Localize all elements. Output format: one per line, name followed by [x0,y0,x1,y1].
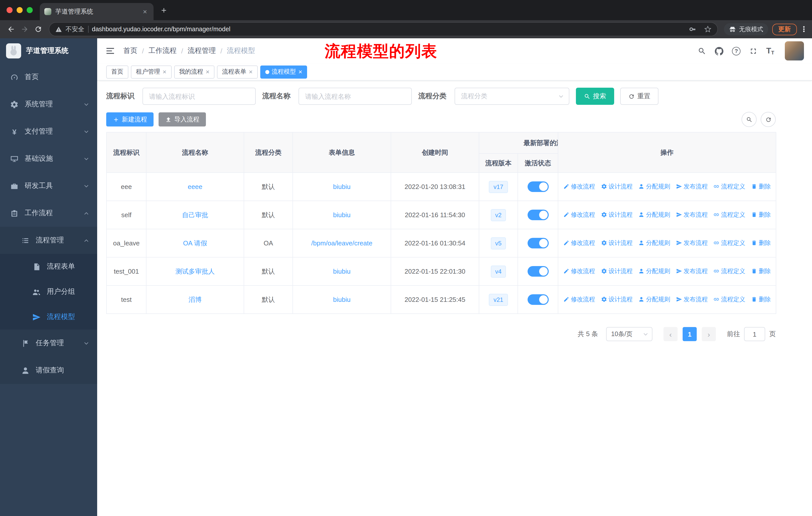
process-name-link[interactable]: eeee [188,183,202,190]
sidebar-item-process-model[interactable]: 流程模型 [0,304,97,330]
close-icon[interactable]: × [163,69,166,75]
action-modify-process-link[interactable]: 修改流程 [563,267,595,276]
action-design-process-link[interactable]: 设计流程 [601,211,633,219]
create-process-button[interactable]: 新建流程 [106,112,153,127]
goto-page-input[interactable] [744,327,765,341]
search-button[interactable]: 搜索 [576,88,614,105]
back-button[interactable] [4,22,18,36]
sidebar-item-devtools[interactable]: 研发工具 [0,172,97,199]
action-design-process-link[interactable]: 设计流程 [601,183,633,191]
sidebar-item-task-management[interactable]: 任务管理 [0,330,97,357]
forward-button[interactable] [18,22,31,36]
sidebar-item-payment[interactable]: ¥ 支付管理 [0,118,97,145]
user-avatar[interactable] [785,41,804,60]
tag-process-model[interactable]: 流程模型× [260,65,307,78]
window-close-button[interactable] [6,7,12,13]
action-delete-link[interactable]: 删除 [751,183,771,191]
action-publish-process-link[interactable]: 发布流程 [676,267,708,276]
tag-my-process[interactable]: 我的流程× [174,65,214,78]
page-number-button[interactable]: 1 [683,327,697,341]
process-name-link[interactable]: 滔博 [188,296,202,303]
action-publish-process-link[interactable]: 发布流程 [676,211,708,219]
sidebar-item-system[interactable]: 系统管理 [0,91,97,118]
help-icon[interactable]: ? [732,47,741,55]
process-name-input[interactable] [298,88,412,105]
active-toggle[interactable] [527,182,548,192]
window-maximize-button[interactable] [27,7,33,13]
action-design-process-link[interactable]: 设计流程 [601,239,633,247]
sidebar-item-process-form[interactable]: 流程表单 [0,254,97,279]
next-page-button[interactable]: › [702,327,716,341]
action-assign-rule-link[interactable]: 分配规则 [638,211,670,219]
action-assign-rule-link[interactable]: 分配规则 [638,239,670,247]
action-publish-process-link[interactable]: 发布流程 [676,295,708,304]
action-assign-rule-link[interactable]: 分配规则 [638,295,670,304]
process-key-input[interactable] [142,88,256,105]
action-process-definition-link[interactable]: 流程定义 [714,211,745,219]
sidebar-item-infra[interactable]: 基础设施 [0,145,97,172]
sidebar-item-leave-query[interactable]: 请假查询 [0,357,97,384]
prev-page-button[interactable]: ‹ [664,327,677,341]
tag-process-form[interactable]: 流程表单× [217,65,258,78]
action-delete-link[interactable]: 删除 [751,267,771,276]
action-delete-link[interactable]: 删除 [751,239,771,247]
action-delete-link[interactable]: 删除 [751,211,771,219]
process-name-link[interactable]: 自己审批 [182,211,208,218]
form-info-link[interactable]: /bpm/oa/leave/create [311,239,373,247]
close-icon[interactable]: × [249,69,253,75]
active-toggle[interactable] [527,238,548,248]
new-tab-button[interactable] [156,3,171,17]
browser-tab[interactable]: 芋道管理系统 × [40,3,153,20]
active-toggle[interactable] [527,266,548,277]
breadcrumb-home[interactable]: 首页 [123,46,138,55]
close-icon[interactable]: × [206,69,209,75]
tag-home[interactable]: 首页 [106,65,128,78]
search-icon[interactable] [698,47,706,55]
bookmark-star-icon[interactable] [704,26,711,33]
github-icon[interactable] [715,47,723,55]
font-size-icon[interactable]: TT [766,46,774,55]
action-modify-process-link[interactable]: 修改流程 [563,239,595,247]
breadcrumb-workflow[interactable]: 工作流程 [148,46,177,55]
browser-menu-icon[interactable]: ⋮ [800,25,808,34]
reload-button[interactable] [31,22,45,36]
sidebar-item-process-management[interactable]: 流程管理 [0,227,97,254]
process-category-select[interactable]: 流程分类 [455,88,569,105]
action-process-definition-link[interactable]: 流程定义 [714,239,745,247]
action-process-definition-link[interactable]: 流程定义 [714,267,745,276]
page-size-select[interactable]: 10条/页 [606,327,652,341]
action-modify-process-link[interactable]: 修改流程 [563,295,595,304]
action-assign-rule-link[interactable]: 分配规则 [638,267,670,276]
sidebar-item-home[interactable]: 首页 [0,63,97,91]
active-toggle[interactable] [527,294,548,305]
action-assign-rule-link[interactable]: 分配规则 [638,183,670,191]
form-info-link[interactable]: biubiu [333,296,350,303]
action-modify-process-link[interactable]: 修改流程 [563,183,595,191]
refresh-table-button[interactable] [761,112,776,127]
action-design-process-link[interactable]: 设计流程 [601,295,633,304]
tab-close-icon[interactable]: × [141,7,149,16]
action-process-definition-link[interactable]: 流程定义 [714,295,745,304]
close-icon[interactable]: × [298,69,302,75]
active-toggle[interactable] [527,210,548,220]
browser-update-button[interactable]: 更新 [772,23,797,35]
process-name-link[interactable]: 测试多审批人 [175,267,215,275]
show-search-toggle-button[interactable] [742,112,757,127]
sidebar-collapse-icon[interactable] [105,46,115,56]
action-process-definition-link[interactable]: 流程定义 [714,183,745,191]
tag-tenant-management[interactable]: 租户管理× [131,65,171,78]
address-bar[interactable]: 不安全 dashboard.yudao.iocoder.cn/bpm/manag… [49,22,718,36]
action-design-process-link[interactable]: 设计流程 [601,267,633,276]
action-delete-link[interactable]: 删除 [751,295,771,304]
sidebar-item-user-group[interactable]: 用户分组 [0,279,97,304]
password-key-icon[interactable] [689,26,696,33]
breadcrumb-process-management[interactable]: 流程管理 [188,46,216,55]
form-info-link[interactable]: biubiu [333,268,350,275]
fullscreen-icon[interactable] [749,47,758,55]
action-publish-process-link[interactable]: 发布流程 [676,183,708,191]
process-name-link[interactable]: OA 请假 [183,239,207,247]
window-minimize-button[interactable] [17,7,23,13]
action-modify-process-link[interactable]: 修改流程 [563,211,595,219]
form-info-link[interactable]: biubiu [333,211,350,219]
reset-button[interactable]: 重置 [620,88,659,105]
